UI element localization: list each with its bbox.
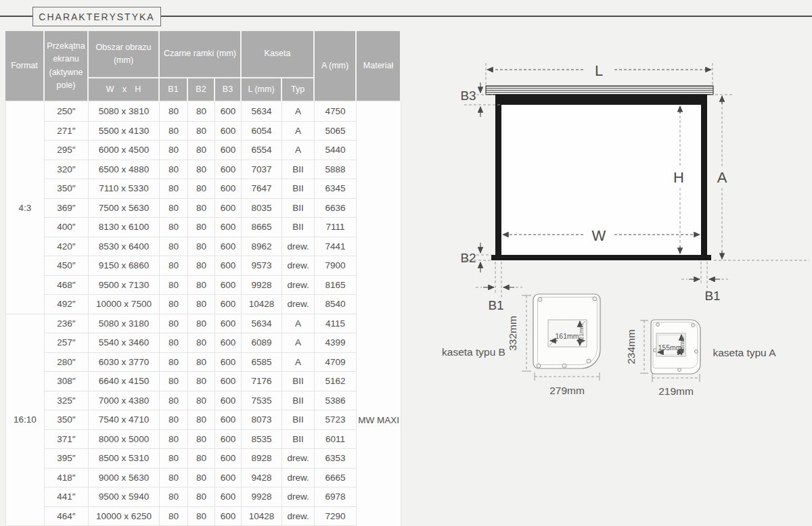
spec-cell: 80 [160,430,188,450]
col-header-l: L (mm) [242,78,282,102]
spec-cell: drew. [282,469,315,488]
col-header-black-borders: Czarne ramki (mm) [160,31,242,78]
label-h: H [673,169,684,186]
table-row: 400″8130 x 610080806008665BII7111 [5,218,401,237]
spec-cell: 80 [188,333,215,353]
spec-cell: 8665 [242,218,282,237]
spec-cell: 80 [160,295,188,314]
spec-cell: 600 [215,449,242,469]
dimension-b1-right: B1 [681,262,728,303]
spec-cell: 7535 [242,391,282,411]
table-row: 280″6030 x 377080806006585A4709 [5,353,401,373]
label-a: A [717,169,727,186]
spec-cell: 7110 x 5330 [89,179,160,199]
spec-cell: 280″ [45,353,89,373]
spec-cell: BII [282,199,315,218]
spec-cell: A [282,314,315,334]
spec-cell: drew. [282,237,315,257]
spec-cell: 5080 x 3810 [89,102,160,122]
spec-cell: A [282,333,315,353]
spec-cell: BII [282,160,315,180]
spec-cell: 600 [215,410,242,430]
spec-cell: 5162 [315,372,357,391]
spec-cell: 80 [160,256,188,276]
spec-cell: 9500 x 7130 [89,276,160,295]
dimension-b2: B2 [460,243,491,272]
spec-cell: 6665 [315,469,357,488]
spec-cell: 80 [160,314,188,334]
cassette-a-label: kaseta typu A [713,347,776,358]
spec-cell: 7037 [242,160,282,180]
spec-cell: 80 [188,430,215,450]
spec-cell: 6636 [315,199,357,218]
table-row: 257″5540 x 346080806006089A4399 [5,333,401,353]
col-header-b2: B2 [188,78,215,102]
spec-cell: 6640 x 4150 [89,372,160,391]
spec-cell: 7540 x 4710 [89,410,160,430]
spec-cell: 7647 [242,179,282,199]
spec-cell: 7290 [315,507,357,526]
spec-table-header: Format Przekątna ekranu (aktywne pole) O… [5,31,401,102]
spec-cell: BII [282,179,315,199]
label-b3: B3 [460,89,476,103]
label-b2: B2 [460,251,476,265]
spec-cell: 80 [188,122,215,141]
spec-cell: 6089 [242,333,282,353]
spec-cell: 600 [215,333,242,353]
spec-cell: 6585 [242,353,282,373]
screw-icon [656,323,660,327]
screw-icon [587,359,591,363]
spec-cell: BII [282,430,315,450]
spec-cell: 80 [160,102,188,122]
spec-cell: 80 [188,469,215,488]
spec-cell: 492″ [45,295,89,314]
spec-cell: 10000 x 7500 [89,295,160,314]
spec-cell: 80 [160,237,188,257]
spec-cell: 6345 [315,179,357,199]
spec-cell: 80 [188,372,215,391]
spec-cell: 600 [215,372,242,391]
spec-cell: 8035 [242,199,282,218]
material-cell [357,102,401,314]
spec-cell: 6353 [315,449,357,469]
spec-cell: 80 [188,218,215,237]
table-row: 450″9150 x 686080806009573drew.7900 [5,256,401,276]
screw-icon [593,297,597,301]
spec-cell: 6554 [242,141,282,160]
spec-cell: 10000 x 6250 [89,507,160,526]
spec-cell: 8535 [242,430,282,450]
spec-cell: 600 [215,487,242,507]
spec-cell: 418″ [45,469,89,488]
spec-cell: 9500 x 5940 [89,487,160,507]
spec-cell: 600 [215,122,242,141]
spec-cell: 4399 [315,333,357,353]
table-row: 441″9500 x 594080806009928drew.6978 [5,487,401,507]
spec-cell: 7111 [315,218,357,237]
spec-cell: 5634 [242,102,282,122]
cassette-type-a: 155mm 88mm 234mm 219mm kaseta typu A [625,320,776,397]
spec-cell: 257″ [45,333,89,353]
cassette-b-height: 332mm [507,316,518,351]
spec-cell: 5540 x 3460 [89,333,160,353]
spec-cell: 8540 [315,295,357,314]
cassette-a-inner-height: 88mm [679,337,685,353]
spec-cell: 80 [188,276,215,295]
cassette-b-inner-height: 121mm [578,324,585,343]
spec-cell: 80 [188,314,215,334]
spec-cell: 420″ [45,237,89,257]
spec-cell: 80 [188,160,215,180]
spec-cell: A [282,102,315,122]
spec-cell: 80 [188,295,215,314]
spec-cell: 4750 [315,102,357,122]
table-row: 369″7500 x 563080806008035BII6636 [5,199,401,218]
spec-cell: A [282,122,315,141]
col-header-a: A (mm) [315,31,357,102]
spec-cell: 4115 [315,314,357,334]
spec-cell: 600 [215,295,242,314]
spec-cell: 6500 x 4880 [89,160,160,180]
spec-cell: 600 [215,391,242,411]
spec-cell: 450″ [45,256,89,276]
spec-cell: 80 [160,410,188,430]
spec-cell: 600 [215,353,242,373]
table-row: 464″10000 x 6250808060010428drew.7290 [5,507,401,526]
